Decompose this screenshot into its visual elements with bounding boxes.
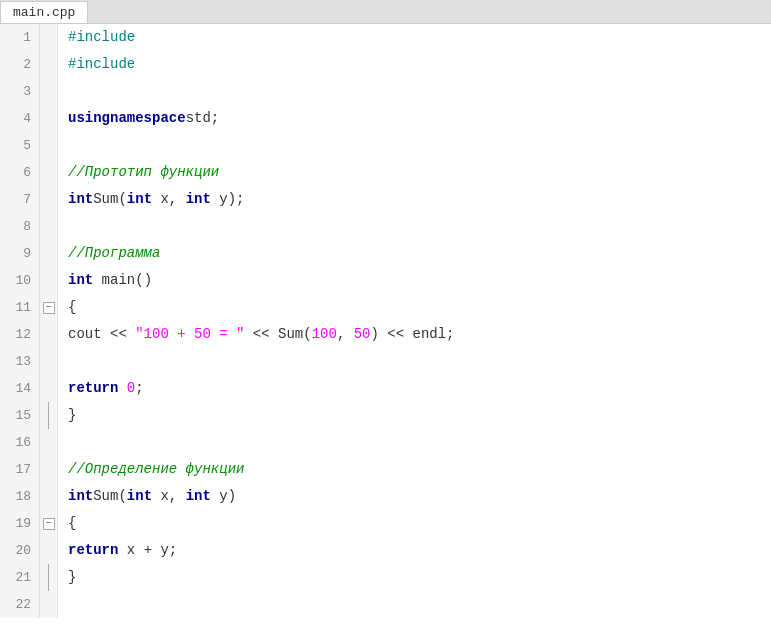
fold-indicator [40, 24, 58, 51]
line-number: 5 [0, 132, 40, 159]
fold-line [48, 402, 49, 429]
line-number: 22 [0, 591, 40, 618]
line-number: 21 [0, 564, 40, 591]
code-content: return 0; [58, 375, 771, 402]
line-number: 20 [0, 537, 40, 564]
tab-bar: main.cpp [0, 0, 771, 24]
code-line: 15} [0, 402, 771, 429]
fold-indicator[interactable]: − [40, 294, 58, 321]
code-content [58, 78, 771, 105]
code-content: } [58, 402, 771, 429]
code-line: 13 [0, 348, 771, 375]
code-line: 2#include [0, 51, 771, 78]
fold-indicator [40, 159, 58, 186]
line-number: 12 [0, 321, 40, 348]
code-line: 5 [0, 132, 771, 159]
tab-main-cpp[interactable]: main.cpp [0, 1, 88, 23]
fold-indicator [40, 132, 58, 159]
code-line: 18int Sum(int x, int y) [0, 483, 771, 510]
code-line: 21} [0, 564, 771, 591]
code-content: int Sum(int x, int y) [58, 483, 771, 510]
line-number: 18 [0, 483, 40, 510]
line-number: 6 [0, 159, 40, 186]
fold-indicator [40, 78, 58, 105]
code-line: 19−{ [0, 510, 771, 537]
fold-indicator [40, 591, 58, 618]
fold-indicator [40, 51, 58, 78]
code-area: 1#include 2#include 3 4using namespace s… [0, 24, 771, 618]
editor: 1#include 2#include 3 4using namespace s… [0, 24, 771, 626]
code-content [58, 429, 771, 456]
line-number: 2 [0, 51, 40, 78]
code-content: { [58, 510, 771, 537]
code-line: 16 [0, 429, 771, 456]
code-line: 9//Программа [0, 240, 771, 267]
line-number: 16 [0, 429, 40, 456]
fold-indicator [40, 483, 58, 510]
code-line: 12 cout << "100 + 50 = " << Sum(100, 50)… [0, 321, 771, 348]
code-content: int main() [58, 267, 771, 294]
code-line: 14 return 0; [0, 375, 771, 402]
fold-indicator [40, 267, 58, 294]
fold-indicator [40, 456, 58, 483]
code-line: 3 [0, 78, 771, 105]
code-line: 8 [0, 213, 771, 240]
code-line: 11−{ [0, 294, 771, 321]
collapse-icon[interactable]: − [43, 518, 55, 530]
code-content: { [58, 294, 771, 321]
code-line: 20 return x + y; [0, 537, 771, 564]
line-number: 1 [0, 24, 40, 51]
fold-indicator [40, 402, 58, 429]
fold-indicator [40, 213, 58, 240]
code-line: 10int main() [0, 267, 771, 294]
code-line: 4using namespace std; [0, 105, 771, 132]
fold-indicator[interactable]: − [40, 510, 58, 537]
code-content [58, 348, 771, 375]
code-content [58, 591, 771, 618]
code-line: 22 [0, 591, 771, 618]
code-line: 7int Sum(int x, int y); [0, 186, 771, 213]
line-number: 11 [0, 294, 40, 321]
code-line: 17//Определение функции [0, 456, 771, 483]
code-content: using namespace std; [58, 105, 771, 132]
code-content: cout << "100 + 50 = " << Sum(100, 50) <<… [58, 321, 771, 348]
line-number: 19 [0, 510, 40, 537]
fold-line [48, 564, 49, 591]
code-content: //Прототип функции [58, 159, 771, 186]
code-content: #include [58, 24, 771, 51]
fold-indicator [40, 348, 58, 375]
code-content [58, 132, 771, 159]
line-number: 4 [0, 105, 40, 132]
code-content: } [58, 564, 771, 591]
line-number: 3 [0, 78, 40, 105]
code-content: #include [58, 51, 771, 78]
line-number: 9 [0, 240, 40, 267]
line-number: 10 [0, 267, 40, 294]
code-content [58, 213, 771, 240]
code-content: //Определение функции [58, 456, 771, 483]
fold-indicator [40, 564, 58, 591]
line-number: 8 [0, 213, 40, 240]
code-content: int Sum(int x, int y); [58, 186, 771, 213]
fold-indicator [40, 375, 58, 402]
code-content: //Программа [58, 240, 771, 267]
tab-label: main.cpp [13, 5, 75, 20]
fold-indicator [40, 186, 58, 213]
line-number: 17 [0, 456, 40, 483]
line-number: 14 [0, 375, 40, 402]
fold-indicator [40, 240, 58, 267]
code-content: return x + y; [58, 537, 771, 564]
fold-indicator [40, 429, 58, 456]
code-line: 1#include [0, 24, 771, 51]
fold-indicator [40, 321, 58, 348]
code-line: 6//Прототип функции [0, 159, 771, 186]
collapse-icon[interactable]: − [43, 302, 55, 314]
fold-indicator [40, 537, 58, 564]
line-number: 13 [0, 348, 40, 375]
fold-indicator [40, 105, 58, 132]
line-number: 7 [0, 186, 40, 213]
line-number: 15 [0, 402, 40, 429]
